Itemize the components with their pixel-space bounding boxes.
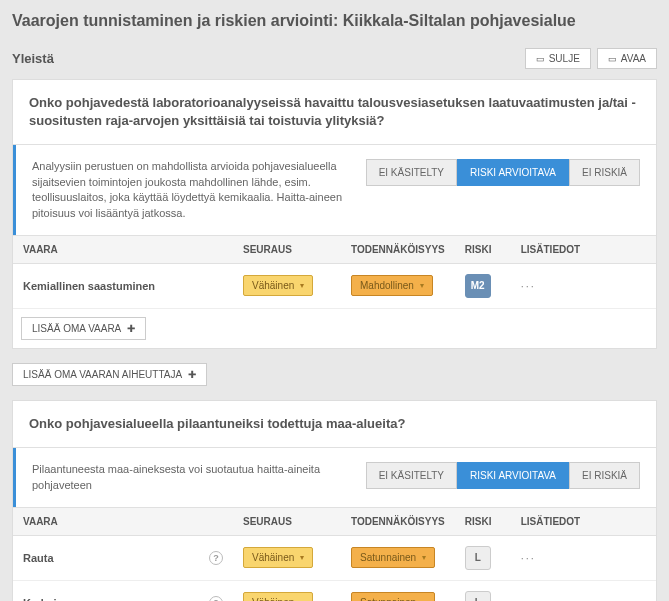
page-title: Vaarojen tunnistaminen ja riskien arvioi… [12,12,657,30]
seuraus-select[interactable]: Vähäinen▾ [243,592,313,601]
chevron-down-icon: ▾ [300,553,304,562]
table-row: Kemiallinen saastuminenVähäinen▾Mahdolli… [13,263,656,308]
question-card-1: Onko pohjavedestä laboratorioanalyyseiss… [12,79,657,349]
hazard-table-1: VAARA SEURAUS TODENNÄKÖISYYS RISKI LISÄT… [13,235,656,309]
table-row: Kadmium?Vähäinen▾Satunnainen▾L··· [13,580,656,601]
chevron-down-icon: ▾ [420,281,424,290]
add-own-aiheuttaja-button[interactable]: LISÄÄ OMA VAARAN AIHEUTTAJA✚ [12,363,207,386]
question-title: Onko pohjavesialueella pilaantuneiksi to… [13,401,656,448]
question-card-2: Onko pohjavesialueella pilaantuneiksi to… [12,400,657,601]
toden-value: Mahdollinen [360,280,414,291]
col-lisatiedot: LISÄTIEDOT [511,235,656,263]
help-text: Pilaantuneesta maa-aineksesta voi suotau… [32,462,354,493]
expand-icon: ▭ [608,54,617,64]
risk-badge: L [465,546,491,570]
add-own-vaara-label: LISÄÄ OMA VAARA [32,323,121,334]
hazard-name: Kadmium [23,597,73,601]
header-buttons: ▭SULJE ▭AVAA [525,48,657,69]
risk-badge: L [465,591,491,601]
open-button[interactable]: ▭AVAA [597,48,657,69]
col-riski: RISKI [455,507,511,535]
table-row: Rauta?Vähäinen▾Satunnainen▾L··· [13,535,656,580]
section-title: Yleistä [12,51,54,66]
risk-badge: M2 [465,274,491,298]
question-body: Analyysiin perustuen on mahdollista arvi… [13,145,656,235]
status-no-risk[interactable]: EI RISKIÄ [569,159,640,186]
col-seuraus: SEURAUS [233,235,341,263]
seuraus-select[interactable]: Vähäinen▾ [243,275,313,296]
col-vaara: VAARA [13,235,233,263]
hazard-table-2: VAARA SEURAUS TODENNÄKÖISYYS RISKI LISÄT… [13,507,656,601]
col-seuraus: SEURAUS [233,507,341,535]
question-title: Onko pohjavedestä laboratorioanalyyseiss… [13,80,656,145]
toden-select[interactable]: Satunnainen▾ [351,547,435,568]
open-label: AVAA [621,53,646,64]
chevron-down-icon: ▾ [422,553,426,562]
col-lisatiedot: LISÄTIEDOT [511,507,656,535]
help-icon[interactable]: ? [209,551,223,565]
close-label: SULJE [549,53,580,64]
col-riski: RISKI [455,235,511,263]
plus-icon: ✚ [188,369,196,380]
seuraus-select[interactable]: Vähäinen▾ [243,547,313,568]
status-buttons: EI KÄSITELTY RISKI ARVIOITAVA EI RISKIÄ [366,462,640,489]
add-own-vaara-button[interactable]: LISÄÄ OMA VAARA✚ [21,317,146,340]
col-toden: TODENNÄKÖISYYS [341,235,455,263]
seuraus-value: Vähäinen [252,280,294,291]
toden-select[interactable]: Mahdollinen▾ [351,275,433,296]
plus-icon: ✚ [127,323,135,334]
more-icon[interactable]: ··· [521,552,536,564]
more-icon[interactable]: ··· [521,597,536,601]
status-not-handled[interactable]: EI KÄSITELTY [366,159,457,186]
add-own-aiheuttaja-label: LISÄÄ OMA VAARAN AIHEUTTAJA [23,369,182,380]
status-buttons: EI KÄSITELTY RISKI ARVIOITAVA EI RISKIÄ [366,159,640,186]
status-not-handled[interactable]: EI KÄSITELTY [366,462,457,489]
toden-value: Satunnainen [360,552,416,563]
toden-select[interactable]: Satunnainen▾ [351,592,435,601]
status-no-risk[interactable]: EI RISKIÄ [569,462,640,489]
collapse-icon: ▭ [536,54,545,64]
status-risk-assess[interactable]: RISKI ARVIOITAVA [457,159,569,186]
header-row: Yleistä ▭SULJE ▭AVAA [12,48,657,69]
close-button[interactable]: ▭SULJE [525,48,591,69]
toden-value: Satunnainen [360,597,416,601]
more-icon[interactable]: ··· [521,280,536,292]
help-icon[interactable]: ? [209,596,223,601]
hazard-name: Kemiallinen saastuminen [23,280,155,292]
seuraus-value: Vähäinen [252,597,294,601]
help-text: Analyysiin perustuen on mahdollista arvi… [32,159,354,221]
question-body: Pilaantuneesta maa-aineksesta voi suotau… [13,448,656,507]
chevron-down-icon: ▾ [300,281,304,290]
col-toden: TODENNÄKÖISYYS [341,507,455,535]
status-risk-assess[interactable]: RISKI ARVIOITAVA [457,462,569,489]
col-vaara: VAARA [13,507,233,535]
hazard-name: Rauta [23,552,54,564]
seuraus-value: Vähäinen [252,552,294,563]
